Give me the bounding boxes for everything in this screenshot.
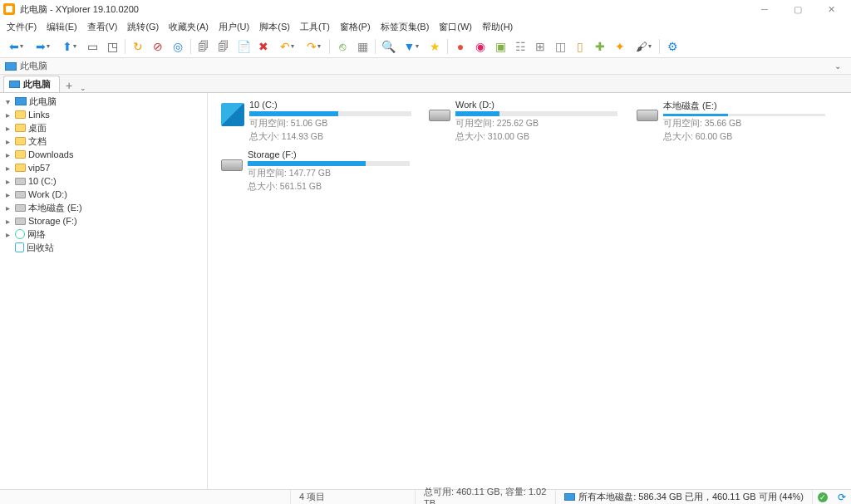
folder-tree[interactable]: ▾此电脑▸Links▸桌面▸文档▸Downloads▸vip57▸10 (C:)… bbox=[0, 93, 208, 489]
view-detail-button[interactable]: ▯ bbox=[571, 37, 589, 56]
menu-item[interactable]: 跳转(G) bbox=[122, 19, 164, 35]
drive-item[interactable]: 10 (C:)可用空间: 51.06 GB总大小: 114.93 GB bbox=[221, 100, 412, 143]
menu-item[interactable]: 文件(F) bbox=[2, 19, 42, 35]
capacity-bar bbox=[248, 161, 410, 166]
drive-item[interactable]: Work (D:)可用空间: 225.62 GB总大小: 310.00 GB bbox=[429, 100, 620, 143]
menu-item[interactable]: 标签页集(B) bbox=[376, 19, 435, 35]
tree-label: vip57 bbox=[28, 163, 50, 173]
close-button[interactable]: ✕ bbox=[814, 0, 848, 18]
menu-item[interactable]: 查看(V) bbox=[82, 19, 123, 35]
target-button[interactable]: ◎ bbox=[169, 37, 187, 56]
special-button[interactable]: ✦ bbox=[611, 37, 629, 56]
copy-button[interactable]: 🗐 bbox=[194, 37, 213, 56]
tree-item[interactable]: ▸本地磁盘 (E:) bbox=[0, 201, 207, 214]
settings-button[interactable]: ⚙ bbox=[663, 37, 681, 56]
customize-button[interactable]: 🖌▾ bbox=[631, 37, 656, 56]
drive-item[interactable]: 本地磁盘 (E:)可用空间: 35.66 GB总大小: 60.00 GB bbox=[637, 100, 828, 143]
fld-icon bbox=[15, 150, 26, 159]
add-tab-button[interactable]: + bbox=[61, 79, 76, 92]
drive-total: 总大小: 561.51 GB bbox=[248, 181, 412, 193]
tree-item[interactable]: 回收站 bbox=[0, 241, 207, 254]
expand-icon[interactable]: ▸ bbox=[3, 137, 12, 146]
tree-item[interactable]: ▸Downloads bbox=[0, 148, 207, 161]
undo-button[interactable]: ↶▾ bbox=[274, 37, 299, 56]
view-grid-button[interactable]: ⊞ bbox=[531, 37, 549, 56]
script-button[interactable]: ⎋ bbox=[333, 37, 352, 56]
menu-item[interactable]: 脚本(S) bbox=[254, 19, 295, 35]
menu-item[interactable]: 窗口(W) bbox=[434, 19, 477, 35]
undo-icon: ↶ bbox=[280, 41, 290, 52]
new-file-icon: 📄 bbox=[237, 41, 251, 52]
red-dot-button[interactable]: ● bbox=[451, 37, 470, 56]
expand-icon[interactable]: ▸ bbox=[3, 203, 12, 213]
dual-pane-button[interactable]: ◳ bbox=[103, 37, 121, 56]
expand-icon[interactable]: ▸ bbox=[3, 150, 12, 159]
menu-item[interactable]: 窗格(P) bbox=[335, 19, 376, 35]
address-dropdown-icon[interactable]: ⌄ bbox=[829, 61, 846, 71]
search-button[interactable]: 🔍 bbox=[379, 37, 397, 56]
delete-button[interactable]: ✖ bbox=[254, 37, 273, 56]
tree-item[interactable]: ▸Work (D:) bbox=[0, 188, 207, 201]
tree-item[interactable]: ▸10 (C:) bbox=[0, 174, 207, 188]
drv-icon bbox=[15, 178, 26, 185]
expand-icon[interactable]: ▸ bbox=[3, 124, 12, 133]
dropdown-arrow-icon: ▾ bbox=[20, 42, 23, 50]
tree-item[interactable]: ▾此电脑 bbox=[0, 95, 207, 108]
menu-item[interactable]: 编辑(E) bbox=[42, 19, 82, 35]
tree-item[interactable]: ▸Links bbox=[0, 108, 207, 121]
menu-item[interactable]: 工具(T) bbox=[295, 19, 335, 35]
expand-icon[interactable]: ▸ bbox=[3, 177, 12, 186]
minimize-button[interactable]: ─ bbox=[748, 0, 781, 18]
tree-label: 本地磁盘 (E:) bbox=[28, 202, 82, 214]
drive-total: 总大小: 114.93 GB bbox=[249, 131, 412, 143]
tab-menu-icon[interactable]: ⌄ bbox=[76, 84, 90, 92]
maximize-button[interactable]: ▢ bbox=[781, 0, 814, 18]
separator bbox=[329, 39, 330, 54]
tree-item[interactable]: ▸桌面 bbox=[0, 121, 207, 135]
drive-name: 10 (C:) bbox=[249, 100, 412, 110]
filter-button[interactable]: ▼▾ bbox=[399, 37, 424, 56]
favorite-button[interactable]: ★ bbox=[426, 37, 444, 56]
computer-icon bbox=[5, 62, 17, 71]
menu-item[interactable]: 用户(U) bbox=[214, 19, 254, 35]
drive-free: 可用空间: 35.66 GB bbox=[663, 118, 828, 130]
add-button[interactable]: ✚ bbox=[591, 37, 609, 56]
tree-item[interactable]: ▸vip57 bbox=[0, 161, 207, 174]
expand-icon[interactable]: ▸ bbox=[3, 164, 12, 173]
expand-icon[interactable]: ▾ bbox=[3, 97, 12, 106]
drive-item[interactable]: Storage (F:)可用空间: 147.77 GB总大小: 561.51 G… bbox=[221, 149, 412, 193]
address-bar[interactable]: 此电脑 ⌄ bbox=[0, 58, 851, 75]
stop-button[interactable]: ⊘ bbox=[149, 37, 167, 56]
panel-button[interactable]: ▭ bbox=[83, 37, 101, 56]
dropdown-arrow-icon: ▾ bbox=[416, 42, 419, 50]
dual-pane-icon: ◳ bbox=[107, 41, 118, 52]
fld-icon bbox=[15, 110, 26, 119]
expand-icon[interactable]: ▸ bbox=[3, 217, 12, 226]
forward-button[interactable]: ➡▾ bbox=[30, 37, 55, 56]
menu-item[interactable]: 帮助(H) bbox=[477, 19, 518, 35]
dropdown-arrow-icon: ▾ bbox=[73, 42, 76, 50]
tree-item[interactable]: ▸Storage (F:) bbox=[0, 214, 207, 228]
back-button[interactable]: ⬅▾ bbox=[3, 37, 28, 56]
expand-icon[interactable]: ▸ bbox=[3, 230, 12, 239]
new-file-button[interactable]: 📄 bbox=[234, 37, 253, 56]
expand-icon[interactable]: ▸ bbox=[3, 190, 12, 199]
dropdown-arrow-icon: ▾ bbox=[648, 42, 652, 50]
redo-button[interactable]: ↷▾ bbox=[301, 37, 326, 56]
view-columns-button[interactable]: ◫ bbox=[551, 37, 569, 56]
target2-button[interactable]: ◉ bbox=[471, 37, 489, 56]
view-list-button[interactable]: ☷ bbox=[511, 37, 529, 56]
refresh-button[interactable]: ↻ bbox=[129, 37, 147, 56]
up-button[interactable]: ⬆▾ bbox=[57, 37, 81, 56]
tab-thispc[interactable]: 此电脑 bbox=[3, 76, 60, 92]
settings-icon: ⚙ bbox=[667, 41, 678, 52]
expand-icon[interactable]: ▸ bbox=[3, 110, 12, 120]
view-detail-icon: ▯ bbox=[577, 41, 583, 52]
layout-button[interactable]: ▦ bbox=[353, 37, 371, 56]
tree-item[interactable]: ▸文档 bbox=[0, 135, 207, 148]
menu-item[interactable]: 收藏夹(A) bbox=[164, 19, 214, 35]
green-box-button[interactable]: ▣ bbox=[491, 37, 509, 56]
tree-item[interactable]: ▸网络 bbox=[0, 228, 207, 241]
paste-button[interactable]: 🗐 bbox=[214, 37, 233, 56]
separator bbox=[659, 39, 660, 54]
